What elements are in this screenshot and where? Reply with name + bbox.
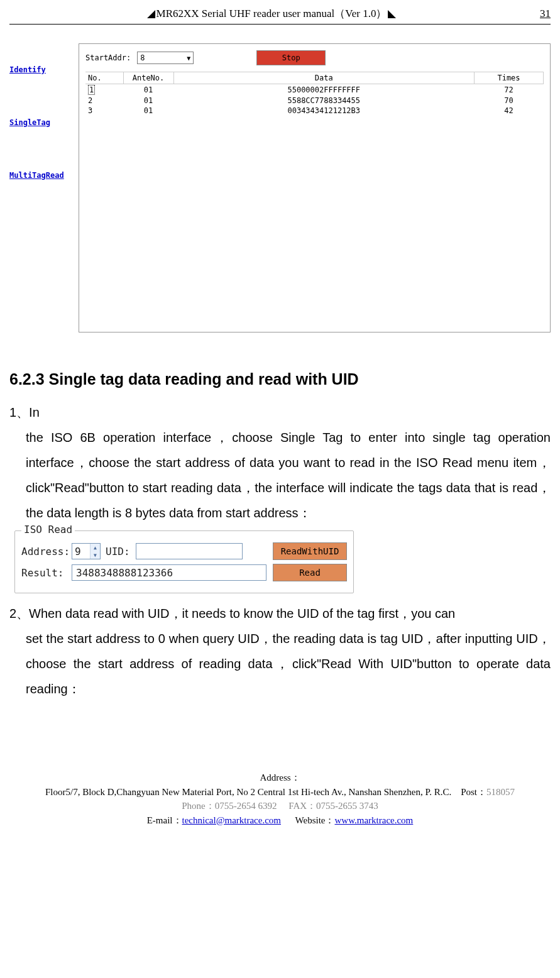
- sidebar-item-multitagread[interactable]: MultiTagRead: [9, 171, 79, 180]
- col-times: Times: [475, 72, 544, 84]
- sidebar: Identify SingleTag MultiTagRead: [9, 43, 79, 332]
- cell-data: 55000002FFFFFFFF: [173, 84, 475, 96]
- sidebar-item-singletag[interactable]: SingleTag: [9, 118, 79, 127]
- iso-read-panel: ISO Read Address: 9 ▲ ▼ UID: ReadWithUID…: [14, 530, 354, 593]
- read-button[interactable]: Read: [273, 564, 347, 581]
- cell-no: 3: [85, 106, 123, 116]
- col-no: No.: [85, 72, 123, 84]
- table-row: 2 01 5588CC7788334455 70: [85, 96, 544, 106]
- paragraph-1: 1、In the ISO 6B operation interface，choo…: [9, 400, 551, 525]
- paragraph-2: 2、When data read with UID，it needs to kn…: [9, 601, 551, 701]
- chevron-down-icon: ▼: [187, 55, 190, 62]
- result-label: Result:: [21, 567, 67, 579]
- post-value: 518057: [486, 787, 515, 797]
- cell-data: 5588CC7788334455: [173, 96, 475, 106]
- phone-label: Phone：: [182, 801, 215, 811]
- uid-input[interactable]: [136, 543, 243, 559]
- email-link[interactable]: technical@marktrace.com: [182, 815, 281, 825]
- cell-ante: 01: [123, 84, 173, 96]
- para2-body: set the start address to 0 when query UI…: [9, 626, 551, 701]
- address-line: Floor5/7, Block D,Changyuan New Material…: [45, 787, 451, 797]
- email-label: E-mail：: [147, 815, 182, 825]
- cell-data: 00343434121212B3: [173, 106, 475, 116]
- readwithuid-button[interactable]: ReadWithUID: [273, 542, 347, 560]
- para2-lead: 2、When data read with UID，it needs to kn…: [9, 607, 455, 620]
- address-value: 9: [72, 544, 90, 559]
- table-row: 1 01 55000002FFFFFFFF 72: [85, 84, 544, 96]
- spinner-down-icon[interactable]: ▼: [91, 551, 100, 559]
- fax-label: FAX：: [288, 801, 316, 811]
- website-label: Website：: [295, 815, 335, 825]
- tag-table: No. AnteNo. Data Times 1 01 55000002FFFF…: [85, 72, 544, 116]
- uid-label: UID:: [106, 546, 131, 558]
- iso-read-title: ISO Read: [21, 524, 75, 536]
- stop-button[interactable]: Stop: [256, 50, 326, 65]
- cell-no: 1: [88, 85, 95, 95]
- cell-no: 2: [85, 96, 123, 106]
- header-title: MR62XX Serial UHF reader user manual（Ver…: [9, 6, 534, 21]
- post-label: Post：: [461, 787, 486, 797]
- cell-times: 42: [475, 106, 544, 116]
- address-label: Address:: [21, 546, 67, 558]
- cell-times: 72: [475, 84, 544, 96]
- main-panel: StartAddr: 8 ▼ Stop No. AnteNo. Data Tim…: [79, 43, 551, 332]
- cell-ante: 01: [123, 96, 173, 106]
- website-link[interactable]: www.marktrace.com: [334, 815, 413, 825]
- sidebar-item-identify[interactable]: Identify: [9, 65, 79, 74]
- para1-body: the ISO 6B operation interface，choose Si…: [9, 425, 551, 525]
- phone-value: 0755-2654 6392: [215, 801, 277, 811]
- page-footer: Address： Floor5/7, Block D,Changyuan New…: [9, 771, 551, 833]
- startaddr-label: StartAddr:: [85, 53, 131, 62]
- col-anteno: AnteNo.: [123, 72, 173, 84]
- address-label: Address：: [260, 772, 300, 783]
- page-number: 31: [534, 8, 551, 20]
- page-header: MR62XX Serial UHF reader user manual（Ver…: [9, 0, 551, 25]
- fax-value: 0755-2655 3743: [316, 801, 378, 811]
- result-input[interactable]: 3488348888123366: [72, 564, 266, 581]
- spinner-buttons[interactable]: ▲ ▼: [90, 544, 100, 559]
- cell-ante: 01: [123, 106, 173, 116]
- screenshot-multitag: Identify SingleTag MultiTagRead StartAdd…: [9, 43, 551, 332]
- table-row: 3 01 00343434121212B3 42: [85, 106, 544, 116]
- section-heading: 6.2.3 Single tag data reading and read w…: [9, 370, 551, 388]
- spinner-up-icon[interactable]: ▲: [91, 544, 100, 551]
- startaddr-dropdown[interactable]: 8 ▼: [137, 52, 194, 64]
- para1-lead: 1、In: [9, 405, 40, 419]
- cell-times: 70: [475, 96, 544, 106]
- address-spinner[interactable]: 9 ▲ ▼: [72, 543, 101, 559]
- startaddr-value: 8: [140, 53, 145, 62]
- topbar: StartAddr: 8 ▼ Stop: [85, 47, 544, 72]
- col-data: Data: [173, 72, 475, 84]
